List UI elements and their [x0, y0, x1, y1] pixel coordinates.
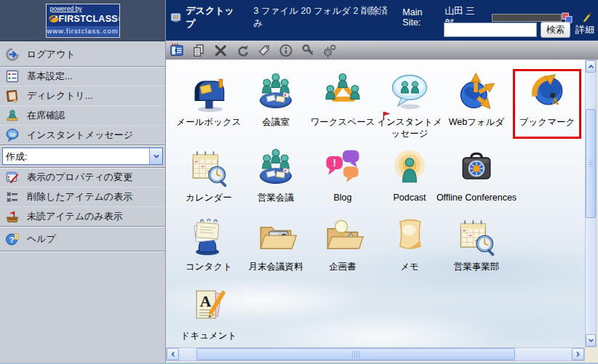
horizontal-scrollbar[interactable]: [166, 347, 585, 361]
history-icon: [235, 43, 250, 58]
vertical-scroll-track[interactable]: [586, 73, 596, 334]
gears-button[interactable]: [321, 42, 339, 59]
desktop-item-sales-division[interactable]: 営業事業部: [444, 215, 509, 282]
create-combobox[interactable]: 作成:: [2, 147, 163, 165]
approve-button[interactable]: [255, 42, 274, 59]
create-combobox-value: 作成:: [3, 148, 149, 164]
desktop-item-mailbox[interactable]: メールボックス: [176, 70, 242, 137]
scroll-down-button[interactable]: [586, 334, 596, 347]
sidebar-item-unread-items[interactable]: 未読アイテムのみ表示: [0, 206, 165, 226]
delete-button[interactable]: [212, 42, 230, 59]
vertical-scroll-thumb[interactable]: [586, 109, 596, 218]
desktop-item-label: メモ: [400, 261, 419, 272]
unread-flag-icon: [382, 110, 391, 120]
desktop-row: コンタクト月末会議資料企画書メモ営業事業部: [166, 215, 585, 282]
workspace-icon: [319, 70, 366, 114]
bookmark-icon: [524, 70, 570, 114]
sidebar-filler: [0, 251, 165, 364]
horizontal-scroll-thumb[interactable]: [196, 348, 515, 360]
conference-icon: [252, 146, 299, 190]
desktop-item-contacts[interactable]: コンタクト: [176, 215, 242, 282]
desktop-item-blog[interactable]: Blog: [310, 146, 375, 213]
chevron-right-icon: [574, 350, 582, 358]
vertical-scrollbar[interactable]: [585, 60, 597, 347]
desktop-item-proposal[interactable]: 企画書: [310, 215, 375, 282]
search-input[interactable]: [444, 23, 537, 37]
help-icon: [5, 232, 20, 246]
desktop-item-label: メールボックス: [176, 116, 241, 128]
desktop-item-memo[interactable]: メモ: [377, 215, 442, 282]
deleted-items-icon: [5, 190, 20, 204]
desktop-item-label: ワークスペース: [311, 116, 375, 128]
sidebar-item-view-properties[interactable]: 表示のプロパティの変更: [0, 167, 165, 187]
desktop-item-sales-meeting[interactable]: 営業会議: [243, 146, 308, 213]
sidebar-item-preferences[interactable]: 基本設定...: [0, 66, 165, 86]
header-bar: デスクトップ 3 ファイル 20 フォルダ 2 削除済み Main Site: …: [166, 0, 598, 40]
desktop-item-bookmark[interactable]: ブックマーク: [514, 70, 580, 137]
sidebar-item-label: ログアウト: [27, 48, 76, 61]
scroll-right-button[interactable]: [572, 348, 584, 360]
sidebar-item-help[interactable]: ヘルプ: [0, 226, 165, 251]
app-window: powered by FIRSTCLASS ® www.firstclass.c…: [0, 0, 598, 364]
content-region: デスクトップ 3 ファイル 20 フォルダ 2 削除済み Main Site: …: [166, 0, 598, 364]
sidebar-item-presence[interactable]: 在席確認: [0, 105, 165, 125]
history-button[interactable]: [234, 42, 252, 59]
create-menu-row: 作成:: [0, 145, 165, 167]
settings-icon: [5, 69, 20, 84]
desktop-row: カレンダー営業会議BlogPodcastOffline Conferences: [166, 146, 585, 213]
document-icon: [186, 284, 232, 328]
chevron-down-icon[interactable]: [149, 148, 162, 164]
desktop-item-monthly-meeting-docs[interactable]: 月末会議資料: [243, 215, 308, 282]
desktop-item-podcast[interactable]: Podcast: [377, 146, 442, 213]
sidebar-item-directory[interactable]: ディレクトリ...: [0, 86, 165, 105]
sidebar-item-label: 削除したアイテムの表示: [27, 190, 132, 203]
panel-toggle-button[interactable]: [168, 42, 186, 59]
desktop-item-offline-conferences[interactable]: Offline Conferences: [444, 146, 509, 213]
logo-powered-by: powered by: [47, 4, 119, 12]
copy-button[interactable]: [190, 42, 208, 59]
site-label: Main Site:: [402, 7, 441, 28]
toolbar: [166, 40, 598, 60]
copy-icon: [191, 43, 207, 58]
sidebar-item-instant-message[interactable]: インスタントメッセージ: [0, 125, 165, 145]
approve-icon: [257, 43, 272, 58]
desktop-area: メールボックス会議室ワークスペースインスタントメッセージWebフォルダブックマー…: [166, 60, 585, 347]
desktop-item-workspace[interactable]: ワークスペース: [310, 70, 375, 137]
scroll-left-button[interactable]: [167, 348, 179, 360]
sidebar-item-label: インスタントメッセージ: [27, 129, 133, 142]
desktop-item-documents[interactable]: ドキュメント: [176, 284, 242, 347]
desktop-item-calendar[interactable]: カレンダー: [176, 146, 242, 213]
desktop-item-instant-message[interactable]: インスタントメッセージ: [377, 70, 442, 137]
desktop-item-label: ブックマーク: [519, 116, 575, 128]
globe-icon: [49, 14, 59, 24]
horizontal-scroll-track[interactable]: [179, 348, 572, 360]
sidebar-item-label: 表示のプロパティの変更: [27, 171, 132, 184]
desktop-item-label: Blog: [333, 192, 351, 203]
briefcase-icon: [453, 146, 500, 190]
unread-items-icon: [5, 209, 20, 224]
sidebar-menu: ログアウト基本設定...ディレクトリ...在席確認インスタントメッセージ作成:表…: [0, 41, 165, 364]
conference-icon: [252, 70, 299, 114]
desktop-item-label: カレンダー: [186, 192, 232, 203]
firstclass-logo[interactable]: powered by FIRSTCLASS ® www.firstclass.c…: [46, 4, 120, 38]
sidebar-item-label: ヘルプ: [27, 232, 56, 246]
sidebar-item-deleted-items[interactable]: 削除したアイテムの表示: [0, 187, 165, 206]
desktop-item-label: コンタクト: [186, 261, 232, 272]
desktop-item-label: Webフォルダ: [449, 116, 505, 128]
desktop-item-label: Podcast: [393, 192, 426, 203]
scroll-up-button[interactable]: [586, 60, 596, 73]
sidebar-item-label: ディレクトリ...: [27, 89, 93, 102]
gears-icon: [322, 43, 338, 58]
desktop-item-label: Offline Conferences: [436, 192, 517, 203]
advanced-search-link[interactable]: 詳細: [575, 23, 594, 36]
desktop-item-conference-room[interactable]: 会議室: [243, 70, 308, 137]
presence-icon: [5, 108, 20, 123]
sidebar-item-logout[interactable]: ログアウト: [0, 41, 165, 66]
key-button[interactable]: [299, 42, 317, 59]
instant-message-icon: [5, 128, 20, 142]
search-button[interactable]: 検索: [541, 22, 570, 38]
info-button[interactable]: [277, 42, 295, 59]
blog-icon: [319, 146, 366, 190]
mailbox-icon: [186, 70, 232, 114]
desktop-item-web-folder[interactable]: Webフォルダ: [444, 70, 509, 137]
